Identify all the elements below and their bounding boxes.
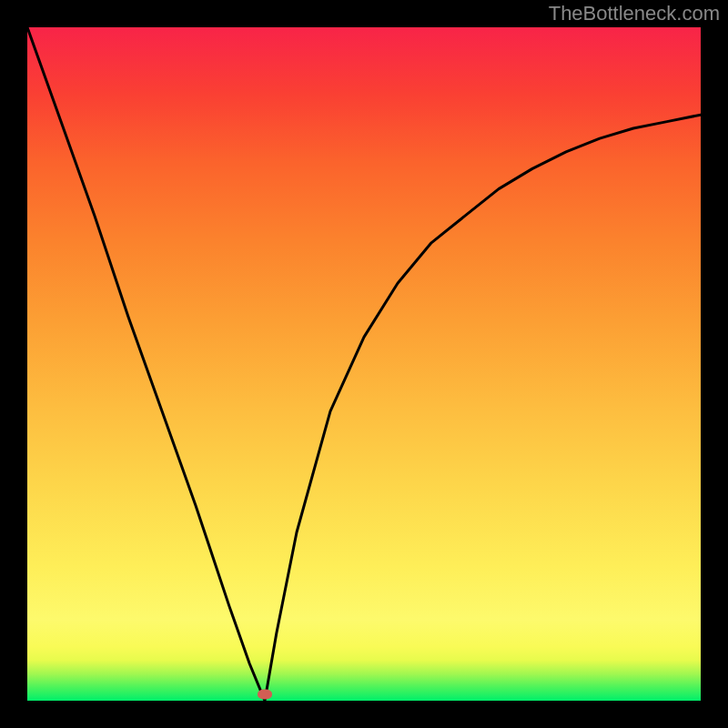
chart-plot-area bbox=[27, 27, 701, 701]
bottleneck-marker bbox=[258, 689, 272, 699]
chart-frame: TheBottleneck.com bbox=[0, 0, 728, 728]
watermark-text: TheBottleneck.com bbox=[549, 2, 720, 25]
bottleneck-curve-path bbox=[27, 27, 701, 701]
bottleneck-curve bbox=[27, 27, 701, 701]
